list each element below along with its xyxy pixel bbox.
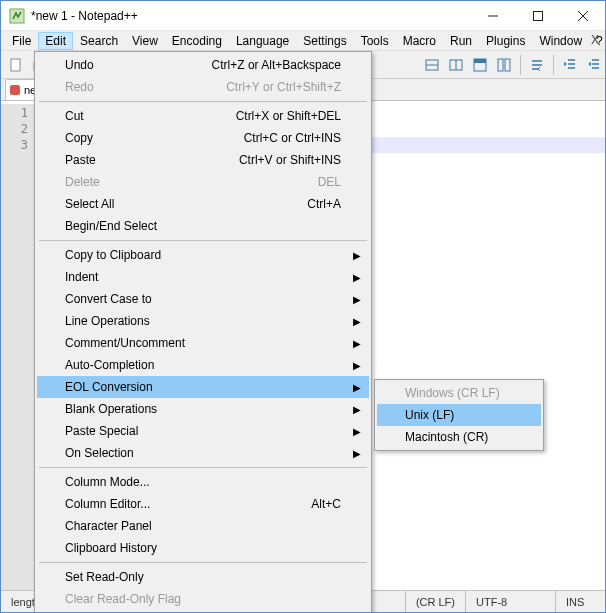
line-number: 2 (1, 121, 28, 137)
edit-item-paste-special[interactable]: Paste Special▶ (37, 420, 369, 442)
menu-item-label: Delete (65, 175, 100, 189)
eol-item-windows-cr-lf: Windows (CR LF) (377, 382, 541, 404)
toolbar-button-3[interactable] (469, 54, 491, 76)
edit-item-column-mode[interactable]: Column Mode... (37, 471, 369, 493)
menu-item-label: Set Read-Only (65, 570, 144, 584)
menu-item-label: Paste (65, 153, 96, 167)
submenu-arrow-icon: ▶ (353, 360, 361, 371)
menu-settings[interactable]: Settings (296, 32, 353, 50)
edit-item-eol-conversion[interactable]: EOL Conversion▶ (37, 376, 369, 398)
edit-menu-dropdown: UndoCtrl+Z or Alt+BackspaceRedoCtrl+Y or… (34, 51, 372, 613)
edit-item-copy-to-clipboard[interactable]: Copy to Clipboard▶ (37, 244, 369, 266)
svg-rect-2 (533, 11, 542, 20)
menu-view[interactable]: View (125, 32, 165, 50)
menu-item-label: Cut (65, 109, 84, 123)
toolbar-separator (520, 55, 521, 75)
menu-bar: FileEditSearchViewEncodingLanguageSettin… (1, 31, 605, 51)
edit-item-convert-case-to[interactable]: Convert Case to▶ (37, 288, 369, 310)
menu-window[interactable]: Window (532, 32, 589, 50)
edit-item-auto-completion[interactable]: Auto-Completion▶ (37, 354, 369, 376)
menu-separator (39, 101, 367, 102)
submenu-arrow-icon: ▶ (353, 294, 361, 305)
app-icon (9, 8, 25, 24)
edit-item-indent[interactable]: Indent▶ (37, 266, 369, 288)
edit-item-on-selection[interactable]: On Selection▶ (37, 442, 369, 464)
line-gutter: 123 (1, 104, 35, 590)
submenu-arrow-icon: ▶ (353, 404, 361, 415)
svg-rect-11 (474, 59, 486, 63)
menu-item-shortcut: Alt+C (311, 497, 341, 511)
status-eol[interactable]: (CR LF) (405, 591, 465, 612)
menu-search[interactable]: Search (73, 32, 125, 50)
edit-item-character-panel[interactable]: Character Panel (37, 515, 369, 537)
new-file-icon[interactable] (5, 54, 27, 76)
menu-item-label: Comment/Uncomment (65, 336, 185, 350)
menu-item-label: Copy (65, 131, 93, 145)
menu-plugins[interactable]: Plugins (479, 32, 532, 50)
menubar-close-icon[interactable]: X (591, 33, 599, 47)
eol-item-macintosh-cr[interactable]: Macintosh (CR) (377, 426, 541, 448)
menu-separator (39, 467, 367, 468)
close-button[interactable] (560, 1, 605, 30)
edit-item-blank-operations[interactable]: Blank Operations▶ (37, 398, 369, 420)
line-number: 1 (1, 105, 28, 121)
maximize-button[interactable] (515, 1, 560, 30)
edit-item-copy[interactable]: CopyCtrl+C or Ctrl+INS (37, 127, 369, 149)
menu-item-label: Macintosh (CR) (405, 430, 488, 444)
toolbar-button-2[interactable] (445, 54, 467, 76)
menu-item-label: Windows (CR LF) (405, 386, 500, 400)
menu-item-shortcut: Ctrl+C or Ctrl+INS (244, 131, 341, 145)
menu-item-shortcut: Ctrl+Z or Alt+Backspace (212, 58, 341, 72)
menu-item-shortcut: Ctrl+A (307, 197, 341, 211)
submenu-arrow-icon: ▶ (353, 448, 361, 459)
menu-edit[interactable]: Edit (38, 32, 73, 50)
menu-item-label: EOL Conversion (65, 380, 153, 394)
minimize-button[interactable] (470, 1, 515, 30)
menu-item-label: On Selection (65, 446, 134, 460)
svg-rect-13 (505, 59, 510, 71)
menu-macro[interactable]: Macro (396, 32, 443, 50)
edit-item-set-read-only[interactable]: Set Read-Only (37, 566, 369, 588)
menu-item-shortcut: Ctrl+X or Shift+DEL (236, 109, 341, 123)
edit-item-begin-end-select[interactable]: Begin/End Select (37, 215, 369, 237)
edit-item-line-operations[interactable]: Line Operations▶ (37, 310, 369, 332)
menu-encoding[interactable]: Encoding (165, 32, 229, 50)
edit-item-select-all[interactable]: Select AllCtrl+A (37, 193, 369, 215)
line-number: 3 (1, 137, 28, 153)
indent-icon[interactable] (559, 54, 581, 76)
toolbar-button-1[interactable] (421, 54, 443, 76)
menu-file[interactable]: File (5, 32, 38, 50)
outdent-icon[interactable] (583, 54, 605, 76)
menu-item-label: Unix (LF) (405, 408, 454, 422)
unsaved-indicator-icon (10, 85, 20, 95)
menu-item-label: Column Mode... (65, 475, 150, 489)
wrap-icon[interactable] (526, 54, 548, 76)
status-encoding[interactable]: UTF-8 (465, 591, 555, 612)
menu-language[interactable]: Language (229, 32, 296, 50)
edit-item-paste[interactable]: PasteCtrl+V or Shift+INS (37, 149, 369, 171)
menu-item-shortcut: Ctrl+Y or Ctrl+Shift+Z (226, 80, 341, 94)
menu-item-label: Clear Read-Only Flag (65, 592, 181, 606)
menu-item-shortcut: DEL (318, 175, 341, 189)
menu-item-label: Redo (65, 80, 94, 94)
menu-item-label: Select All (65, 197, 114, 211)
menu-run[interactable]: Run (443, 32, 479, 50)
toolbar-button-4[interactable] (493, 54, 515, 76)
menu-tools[interactable]: Tools (354, 32, 396, 50)
eol-item-unix-lf[interactable]: Unix (LF) (377, 404, 541, 426)
edit-item-clipboard-history[interactable]: Clipboard History (37, 537, 369, 559)
submenu-arrow-icon: ▶ (353, 338, 361, 349)
edit-item-cut[interactable]: CutCtrl+X or Shift+DEL (37, 105, 369, 127)
menu-item-label: Clipboard History (65, 541, 157, 555)
edit-item-comment-uncomment[interactable]: Comment/Uncomment▶ (37, 332, 369, 354)
edit-item-column-editor[interactable]: Column Editor...Alt+C (37, 493, 369, 515)
edit-item-clear-read-only-flag: Clear Read-Only Flag (37, 588, 369, 610)
submenu-arrow-icon: ▶ (353, 272, 361, 283)
edit-item-undo[interactable]: UndoCtrl+Z or Alt+Backspace (37, 54, 369, 76)
submenu-arrow-icon: ▶ (353, 382, 361, 393)
submenu-arrow-icon: ▶ (353, 250, 361, 261)
title-bar: *new 1 - Notepad++ (1, 1, 605, 31)
menu-item-label: Convert Case to (65, 292, 152, 306)
menu-item-label: Begin/End Select (65, 219, 157, 233)
status-ins[interactable]: INS (555, 591, 605, 612)
